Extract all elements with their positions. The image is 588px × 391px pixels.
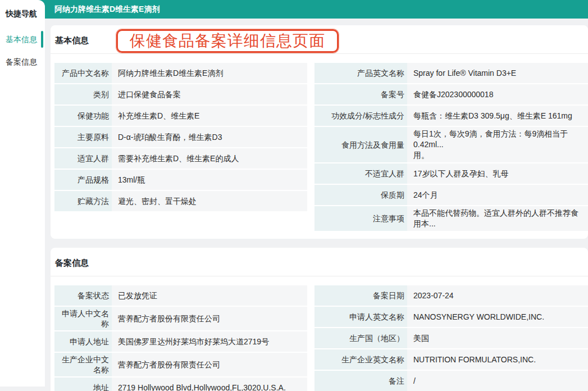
table-row: 备案日期 2023-07-24 [314,285,588,306]
field-value: 进口保健食品备案 [112,84,307,104]
field-label: 备案日期 [314,285,407,306]
table-row: 主要原料 D-α-琥珀酸生育酚，维生素D3 [54,127,307,147]
field-label: 申请人地址 [54,331,112,352]
registration-info-tables: 备案状态 已发放凭证 申请人中文名称 营养配方者股份有限责任公司 申请人地址 美… [51,276,588,391]
field-value: 补充维生素D、维生素E [112,106,307,126]
table-row: 备注 / [314,371,588,391]
field-label: 生产企业中文名称 [54,353,112,376]
field-label: 保健功能 [54,106,112,126]
field-label: 申请人英文名称 [314,307,407,327]
field-value: 需要补充维生素D、维生素E的成人 [112,148,307,169]
table-row: 申请人中文名称 营养配方者股份有限责任公司 [54,307,307,330]
table-row: 保健功能 补充维生素D、维生素E [54,106,307,126]
table-row: 生产企业中文名称 营养配方者股份有限责任公司 [54,353,307,376]
field-label: 贮藏方法 [54,191,112,211]
field-label: 适宜人群 [54,148,112,169]
field-label: 产品中文名称 [54,63,112,83]
table-row: 申请人地址 美国佛罗里达州好莱坞市好莱坞大道2719号 [54,331,307,352]
sidebar-item-registration-info[interactable]: 备案信息 [0,51,45,73]
field-label: 功效成分/标志性成分 [314,106,407,126]
table-row: 注意事项 本品不能代替药物。适宜人群外的人群不推荐食用本... [314,206,588,231]
field-value: 17岁以下人群及孕妇、乳母 [407,163,588,184]
table-row: 生产国（地区） 美国 [314,328,588,348]
field-value: NANOSYNERGY WORLDWIDE,INC. [407,307,588,327]
field-label: 备注 [314,371,407,391]
basic-info-left-table: 产品中文名称 阿纳力牌维生素D维生素E滴剂 类别 进口保健食品备案 保健功能 补… [54,63,307,211]
table-row: 备案号 食健备J202300000018 [314,84,588,104]
field-label: 产品规格 [54,170,112,190]
field-value: Spray for Life® Vitamin D3+E [407,63,588,83]
annotation-text: 保健食品备案详细信息页面 [130,33,325,49]
field-value: 13ml/瓶 [112,170,307,190]
basic-info-tables: 产品中文名称 阿纳力牌维生素D维生素E滴剂 类别 进口保健食品备案 保健功能 补… [51,54,588,239]
table-row: 不适宜人群 17岁以下人群及孕妇、乳母 [314,163,588,184]
app: 阿纳力牌维生素D维生素E滴剂 快捷导航 基本信息 备案信息 基本信息 产品中文名… [0,0,588,391]
field-label: 保质期 [314,185,407,205]
field-label: 主要原料 [54,127,112,147]
basic-info-card: 基本信息 产品中文名称 阿纳力牌维生素D维生素E滴剂 类别 进口保健食品备案 保… [51,25,588,239]
annotation-box: 保健食品备案详细信息页面 [116,29,339,53]
main-content: 基本信息 产品中文名称 阿纳力牌维生素D维生素E滴剂 类别 进口保健食品备案 保… [45,19,588,391]
table-row: 产品规格 13ml/瓶 [54,170,307,190]
field-value: 2023-07-24 [407,285,588,306]
table-row: 保质期 24个月 [314,185,588,205]
table-row: 备案状态 已发放凭证 [54,285,307,306]
field-value: 美国 [407,328,588,348]
field-label: 备案状态 [54,285,112,306]
registration-info-right-table: 备案日期 2023-07-24 申请人英文名称 NANOSYNERGY WORL… [314,285,588,391]
table-row: 功效成分/标志性成分 每瓶含：维生素D3 309.5μg、维生素E 161mg [314,106,588,126]
table-row: 类别 进口保健食品备案 [54,84,307,104]
field-value: 2719 Hollywood Blvd,Hollywood,FL,3020,U.… [112,378,307,391]
field-value: NUTRITION FORMULATORS,INC. [407,349,588,370]
field-label: 生产企业英文名称 [314,349,407,370]
field-label: 注意事项 [314,206,407,231]
field-value: 避光、密封、置干燥处 [112,191,307,211]
field-value: 每瓶含：维生素D3 309.5μg、维生素E 161mg [407,106,588,126]
field-value: D-α-琥珀酸生育酚，维生素D3 [112,127,307,147]
field-label: 生产国（地区） [314,328,407,348]
field-value: 美国佛罗里达州好莱坞市好莱坞大道2719号 [112,331,307,352]
field-label: 类别 [54,84,112,104]
table-row: 生产企业英文名称 NUTRITION FORMULATORS,INC. [314,349,588,370]
sidebar-item-label: 备案信息 [6,57,37,66]
registration-info-left-table: 备案状态 已发放凭证 申请人中文名称 营养配方者股份有限责任公司 申请人地址 美… [54,285,307,391]
field-value: 营养配方者股份有限责任公司 [112,307,307,330]
sidebar-item-label: 基本信息 [6,35,37,44]
table-row: 贮藏方法 避光、密封、置干燥处 [54,191,307,211]
sidebar-title: 快捷导航 [0,0,45,28]
field-label: 申请人中文名称 [54,307,112,330]
field-value: / [407,371,588,391]
field-value: 24个月 [407,185,588,205]
field-value: 已发放凭证 [112,285,307,306]
field-value: 本品不能代替药物。适宜人群外的人群不推荐食用本... [407,206,588,231]
table-row: 产品英文名称 Spray for Life® Vitamin D3+E [314,63,588,83]
table-row: 适宜人群 需要补充维生素D、维生素E的成人 [54,148,307,169]
field-label: 产品英文名称 [314,63,407,83]
field-value: 阿纳力牌维生素D维生素E滴剂 [112,63,307,83]
basic-info-right-table: 产品英文名称 Spray for Life® Vitamin D3+E 备案号 … [314,63,588,231]
registration-info-card: 备案信息 备案状态 已发放凭证 申请人中文名称 营养配方者股份有限责任公司 申请… [51,248,588,391]
table-row: 申请人英文名称 NANOSYNERGY WORLDWIDE,INC. [314,307,588,327]
product-title: 阿纳力牌维生素D维生素E滴剂 [54,0,159,19]
sidebar-item-basic-info[interactable]: 基本信息 [0,28,45,51]
field-label: 备案号 [314,84,407,104]
section-title-registration-info: 备案信息 [51,248,588,276]
field-value: 营养配方者股份有限责任公司 [112,353,307,376]
field-label: 地址 [54,378,112,391]
table-row: 地址 2719 Hollywood Blvd,Hollywood,FL,3020… [54,378,307,391]
page-header-bar: 阿纳力牌维生素D维生素E滴剂 [0,0,588,19]
quick-nav-sidebar: 快捷导航 基本信息 备案信息 [0,0,45,387]
table-row: 产品中文名称 阿纳力牌维生素D维生素E滴剂 [54,63,307,83]
field-label: 食用方法及食用量 [314,127,407,162]
field-value: 每日1次，每次9滴，食用方法：每9滴相当于0.42ml... 用。 [407,127,588,162]
field-value: 食健备J202300000018 [407,84,588,104]
field-label: 不适宜人群 [314,163,407,184]
table-row: 食用方法及食用量 每日1次，每次9滴，食用方法：每9滴相当于0.42ml... … [314,127,588,162]
